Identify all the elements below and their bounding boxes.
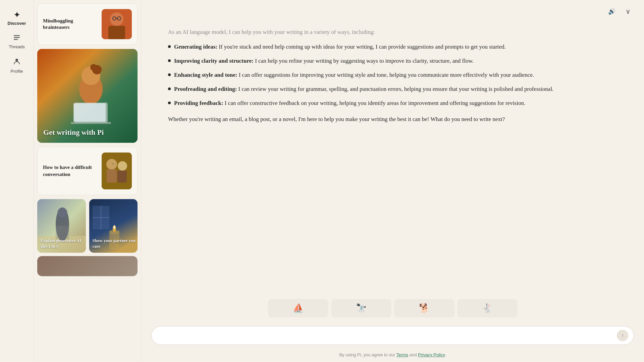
svg-rect-0	[14, 35, 20, 36]
sidebar-item-profile[interactable]: Profile	[0, 53, 34, 78]
bullet-item: Providing feedback: I can offer construc…	[168, 99, 617, 108]
footer-period: .	[445, 352, 446, 357]
svg-point-27	[57, 207, 67, 218]
content-header: 🔊 ∨	[141, 0, 644, 17]
bullet-dot	[168, 59, 171, 62]
main-content: 🔊 ∨ As an AI language model, I can help …	[141, 0, 644, 362]
svg-rect-16	[71, 122, 111, 124]
card-difficult[interactable]: How to have a difficult conversation	[37, 147, 138, 195]
footer-text: By using Pi, you agree to our	[339, 352, 396, 357]
sidebar-item-threads-label: Threads	[9, 44, 25, 49]
bullet-text: Generating ideas: If you're stuck and ne…	[174, 42, 506, 52]
input-wrapper: ↑	[151, 326, 634, 345]
bullet-item: Enhancing style and tone: I can offer su…	[168, 70, 617, 80]
discover-icon: ✦	[14, 11, 20, 19]
bullet-dot	[168, 87, 171, 90]
bullet-text: Providing feedback: I can offer construc…	[174, 99, 525, 108]
emoji-cell-rabbit[interactable]: 🐇	[457, 299, 518, 317]
input-area: ↑	[141, 323, 644, 350]
bullet-list: Generating ideas: If you're stuck and ne…	[168, 42, 617, 108]
card-writing-label: Get writing with Pi	[43, 128, 104, 137]
svg-rect-2	[14, 39, 18, 40]
svg-point-33	[113, 225, 115, 229]
svg-point-19	[106, 159, 117, 170]
card-mindboggling-image	[102, 9, 132, 39]
footer-and: and	[408, 352, 418, 357]
expand-button[interactable]: ∨	[622, 5, 634, 17]
svg-rect-17	[73, 103, 106, 122]
bullet-dot	[168, 102, 171, 104]
chat-input[interactable]	[159, 333, 613, 339]
sidebar-item-profile-label: Profile	[11, 69, 23, 74]
footer: By using Pi, you agree to our Terms and …	[141, 350, 644, 362]
cards-bottom-row: Explain generative AI like I'm 5	[37, 199, 138, 253]
svg-rect-22	[117, 171, 127, 183]
cards-panel: Mindboggling brainteasers	[34, 0, 141, 362]
card-generative-ai-label: Explain generative AI like I'm 5	[41, 238, 86, 249]
message-intro: As an AI language model, I can help you …	[168, 27, 617, 37]
volume-button[interactable]: 🔊	[606, 5, 618, 17]
terms-link[interactable]: Terms	[396, 352, 408, 357]
send-icon: ↑	[621, 333, 624, 339]
card-mindboggling-title: Mindboggling brainteasers	[43, 18, 97, 31]
bullet-dot	[168, 45, 171, 48]
emoji-cell-binoculars[interactable]: 🔭	[331, 299, 391, 317]
svg-rect-9	[116, 18, 118, 19]
svg-rect-1	[14, 37, 20, 38]
card-partner-label: Show your partner you care	[93, 238, 138, 249]
closing-text: Whether you're writing an email, a blog …	[168, 115, 617, 124]
card-mindboggling[interactable]: Mindboggling brainteasers	[37, 3, 138, 45]
emoji-cell-sailing[interactable]: ⛵	[268, 299, 328, 317]
card-partner[interactable]: Show your partner you care	[89, 199, 138, 253]
send-button[interactable]: ↑	[617, 330, 628, 341]
bullet-text: Improving clarity and structure: I can h…	[174, 56, 474, 66]
svg-rect-28	[56, 226, 69, 239]
bullet-item: Generating ideas: If you're stuck and ne…	[168, 42, 617, 52]
card-writing[interactable]: Get writing with Pi	[37, 49, 138, 143]
profile-icon	[13, 57, 21, 67]
bullet-text: Enhancing style and tone: I can offer su…	[174, 70, 534, 80]
bullet-dot	[168, 73, 171, 76]
card-difficult-image	[102, 153, 132, 189]
expand-icon: ∨	[626, 8, 631, 15]
card-difficult-title: How to have a difficult conversation	[43, 164, 97, 178]
sidebar-item-discover-label: Discover	[8, 21, 26, 26]
volume-icon: 🔊	[608, 8, 615, 15]
content-area: As an AI language model, I can help you …	[141, 17, 644, 292]
emoji-cell-dog[interactable]: 🐕	[394, 299, 454, 317]
svg-rect-6	[108, 26, 125, 39]
bullet-text: Proofreading and editing: I can review y…	[174, 84, 553, 94]
bullet-item: Improving clarity and structure: I can h…	[168, 56, 617, 66]
svg-point-14	[90, 64, 97, 71]
svg-point-3	[15, 59, 18, 61]
svg-rect-20	[107, 169, 117, 183]
card-partial[interactable]	[37, 256, 138, 276]
emoji-row: ⛵🔭🐕🐇	[141, 296, 644, 321]
sidebar: ✦ Discover Threads Profile	[0, 0, 34, 362]
sidebar-item-discover[interactable]: ✦ Discover	[0, 7, 34, 30]
svg-point-21	[118, 161, 127, 171]
svg-point-5	[110, 12, 123, 26]
privacy-link[interactable]: Privacy Policy	[418, 352, 445, 357]
bullet-item: Proofreading and editing: I can review y…	[168, 84, 617, 94]
sidebar-item-threads[interactable]: Threads	[0, 30, 34, 53]
threads-icon	[13, 34, 20, 43]
card-generative-ai[interactable]: Explain generative AI like I'm 5	[37, 199, 86, 253]
